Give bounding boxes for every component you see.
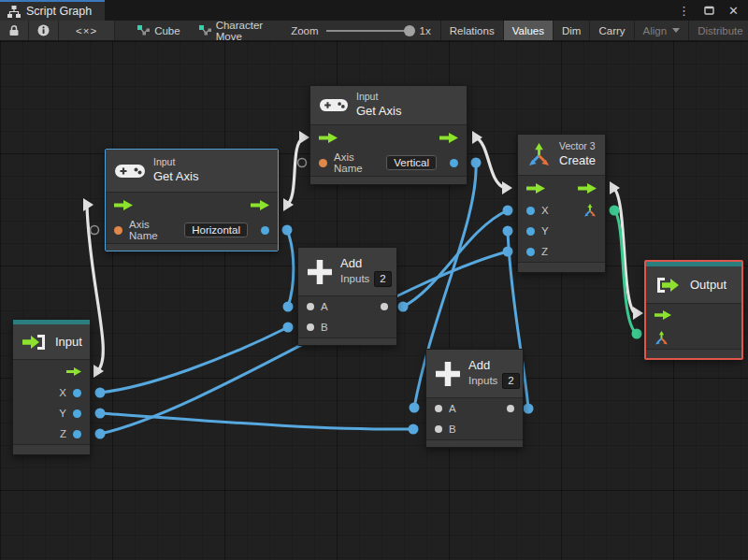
value-connection-endpoint[interactable]	[398, 302, 409, 312]
relations-toggle[interactable]: Relations	[440, 21, 503, 40]
flow-out-port[interactable]	[578, 183, 597, 194]
edit-graph-button[interactable]: <×>	[59, 21, 115, 40]
input-port-b[interactable]	[307, 323, 314, 331]
value-connection-endpoint[interactable]	[503, 247, 513, 257]
sum-output-port[interactable]	[381, 303, 388, 310]
wire-value-horizontal-axis-to-add1-a[interactable]	[287, 230, 294, 307]
zoom-slider-track[interactable]	[326, 30, 412, 32]
node-header[interactable]: Input Get Axis	[106, 150, 278, 193]
input-port-x[interactable]	[526, 207, 535, 215]
inputs-count-field[interactable]: 2	[502, 373, 519, 389]
wire-flow-horizontal-to-vertical[interactable]	[287, 138, 303, 205]
dim-toggle[interactable]: Dim	[553, 21, 589, 40]
node-title: Output	[690, 278, 726, 292]
node-vector3-create[interactable]: Vector 3 Create X	[517, 134, 606, 273]
value-connection-endpoint[interactable]	[282, 225, 293, 236]
wire-value-input-x-to-add1-b[interactable]	[100, 327, 288, 393]
input-port-a[interactable]	[307, 303, 314, 310]
carry-toggle[interactable]: Carry	[589, 21, 633, 40]
value-connection-endpoint[interactable]	[283, 302, 294, 312]
input-port-b[interactable]	[435, 425, 442, 433]
node-header[interactable]: Vector 3 Create	[518, 135, 605, 176]
inputs-count-field[interactable]: 2	[374, 271, 391, 287]
node-graph-input[interactable]: Input X Y Z	[12, 319, 91, 455]
zoom-slider[interactable]	[326, 25, 412, 36]
inspect-button[interactable]	[29, 21, 59, 40]
node-graph-output[interactable]: Output	[644, 260, 743, 360]
input-port-y[interactable]	[526, 227, 535, 236]
node-header[interactable]: Input Get Axis	[310, 86, 467, 125]
value-connection-endpoint[interactable]	[410, 403, 420, 413]
breadcrumb-cube-label: Cube	[154, 25, 180, 36]
input-port-a[interactable]	[435, 405, 442, 412]
maximize-icon[interactable]	[704, 6, 714, 15]
wire-value-input-y-to-add2-b[interactable]	[100, 413, 413, 429]
flow-connection-arrowhead[interactable]	[610, 181, 620, 194]
node-title: Get Axis	[356, 104, 401, 120]
axis-name-input-port[interactable]	[319, 159, 327, 167]
zoom-slider-knob[interactable]	[404, 25, 415, 36]
more-menu-icon[interactable]: ⋮	[678, 4, 690, 18]
node-footer	[106, 243, 278, 251]
wire-value-add1-sum-to-vector3-x[interactable]	[403, 210, 508, 307]
value-connection-endpoint[interactable]	[95, 388, 106, 398]
flow-out-port[interactable]	[66, 367, 81, 376]
flow-in-port[interactable]	[319, 133, 338, 143]
breadcrumb-cube[interactable]: Cube	[128, 21, 190, 40]
node-add-1[interactable]: Add Inputs 2 A B	[297, 247, 397, 346]
axis-value-output-port[interactable]	[450, 159, 458, 167]
value-connection-endpoint[interactable]	[409, 424, 419, 435]
unconnected-port-ring[interactable]	[91, 226, 99, 235]
close-icon[interactable]: ✕	[728, 4, 739, 18]
node-add-2[interactable]: Add Inputs 2 A B	[425, 349, 524, 448]
script-graph-window: Script Graph ⋮ ✕ <×> Cub	[0, 0, 748, 560]
value-connection-endpoint[interactable]	[503, 226, 513, 237]
value-connection-endpoint[interactable]	[632, 329, 642, 339]
flow-connection-arrowhead[interactable]	[633, 307, 643, 320]
input-port-z[interactable]	[526, 248, 535, 256]
flow-connection-arrowhead[interactable]	[299, 131, 309, 144]
flow-in-port[interactable]	[526, 183, 545, 194]
tab-script-graph[interactable]: Script Graph	[0, 0, 105, 21]
unconnected-port-ring[interactable]	[298, 159, 307, 167]
vector3-input-port[interactable]	[654, 331, 669, 345]
node-header[interactable]: Add Inputs 2	[426, 350, 523, 398]
lock-button[interactable]	[0, 21, 29, 40]
value-connection-endpoint[interactable]	[471, 158, 482, 168]
node-get-axis-horizontal[interactable]: Input Get Axis Axis Name Horizontal	[105, 149, 279, 251]
flow-in-port[interactable]	[654, 310, 671, 320]
vector3-output-port[interactable]	[583, 204, 597, 217]
breadcrumb-character-move[interactable]: Character Move	[190, 21, 273, 40]
node-header[interactable]: Input	[13, 324, 90, 360]
sum-output-port[interactable]	[507, 405, 514, 412]
output-port-x[interactable]	[73, 389, 81, 397]
axis-name-field[interactable]: Horizontal	[184, 223, 248, 237]
value-connection-endpoint[interactable]	[95, 409, 106, 419]
value-connection-endpoint[interactable]	[95, 429, 106, 439]
distribute-dropdown[interactable]: Distribute	[688, 21, 748, 40]
graph-canvas[interactable]: Input X Y Z	[0, 41, 748, 560]
axis-value-output-port[interactable]	[261, 226, 269, 235]
flow-out-port[interactable]	[439, 133, 458, 143]
flow-out-port[interactable]	[251, 200, 269, 210]
flow-connection-arrowhead[interactable]	[94, 365, 104, 378]
axis-name-input-port[interactable]	[114, 226, 122, 235]
node-header[interactable]: Add Inputs 2	[298, 248, 396, 296]
value-connection-endpoint[interactable]	[524, 404, 534, 414]
value-connection-endpoint[interactable]	[610, 206, 620, 216]
value-connection-endpoint[interactable]	[283, 323, 294, 333]
flow-connection-arrowhead[interactable]	[502, 181, 512, 194]
value-connection-endpoint[interactable]	[503, 206, 513, 216]
node-header[interactable]: Output	[646, 266, 741, 304]
vector3-icon	[527, 143, 551, 166]
node-title: Get Axis	[153, 169, 198, 185]
output-port-z[interactable]	[73, 430, 81, 438]
graph-toolbar: <×> Cube Character Move Zoom 1x Relation…	[0, 21, 748, 41]
output-port-y[interactable]	[73, 409, 81, 418]
values-toggle[interactable]: Values	[503, 21, 553, 40]
axis-name-field[interactable]: Vertical	[386, 155, 437, 170]
node-get-axis-vertical[interactable]: Input Get Axis Axis Name Vertical	[309, 85, 468, 185]
gamepad-icon	[115, 162, 145, 180]
align-dropdown[interactable]: Align	[634, 21, 689, 40]
flow-in-port[interactable]	[114, 200, 133, 210]
